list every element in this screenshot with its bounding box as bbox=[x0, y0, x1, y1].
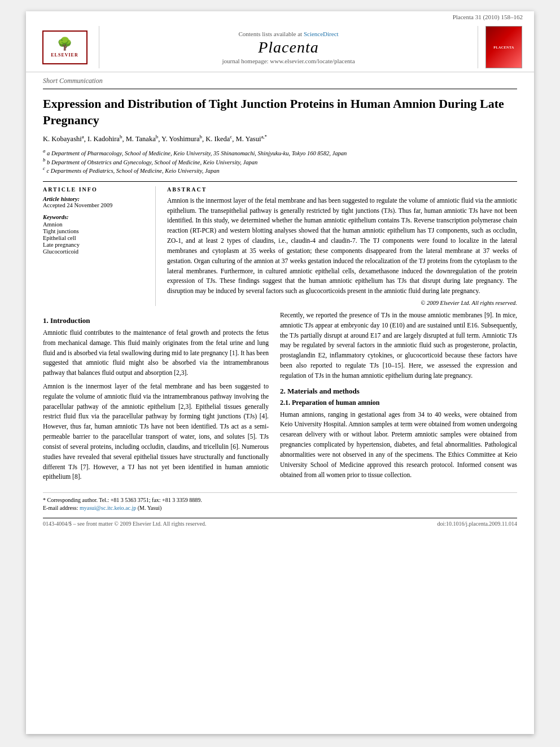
article-info-title: ARTICLE INFO bbox=[43, 186, 144, 193]
email-label: E-mail address: bbox=[43, 505, 78, 511]
history-label: Article history: bbox=[43, 196, 144, 202]
email-person: (M. Yasui) bbox=[138, 505, 162, 511]
sciencedirect-link[interactable]: ScienceDirect bbox=[304, 30, 339, 37]
email-note: E-mail address: myasui@sc.itc.keio.ac.jp… bbox=[43, 504, 517, 512]
journal-homepage: journal homepage: www.elsevier.com/locat… bbox=[222, 58, 355, 64]
footer-area: * Corresponding author. Tel.: +81 3 5363… bbox=[43, 492, 517, 512]
elsevier-label: ELSEVIER bbox=[51, 53, 78, 58]
keywords-list: Amnion Tight junctions Epithelial cell L… bbox=[43, 221, 144, 255]
sciencedirect-prefix: Contents lists available at bbox=[238, 30, 302, 37]
affiliation-c: c c Departments of Pediatrics, School of… bbox=[43, 165, 517, 174]
cover-image: PLACENTA bbox=[485, 26, 522, 68]
keyword-4: Late pregnancy bbox=[43, 242, 144, 248]
affiliation-b: b b Department of Obstetrics and Gynecol… bbox=[43, 157, 517, 165]
page-reference: Placenta 31 (2010) 158–162 bbox=[26, 11, 534, 21]
affiliation-a: a a Department of Pharmacology, School o… bbox=[43, 148, 517, 156]
intro-para-1: Amniotic fluid contributes to the mainte… bbox=[43, 328, 269, 482]
methods-title: 2. Materials and methods bbox=[280, 387, 517, 396]
info-abstract-columns: ARTICLE INFO Article history: Accepted 2… bbox=[26, 186, 534, 306]
affiliations: a a Department of Pharmacology, School o… bbox=[26, 146, 534, 178]
article-type: Short Communication bbox=[26, 72, 534, 86]
keyword-1: Amnion bbox=[43, 221, 144, 228]
journal-header: 🌳 ELSEVIER Contents lists available at S… bbox=[26, 21, 534, 72]
body-columns: 1. Introduction Amniotic fluid contribut… bbox=[26, 306, 534, 486]
abstract-text: Amnion is the innermost layer of the fet… bbox=[167, 196, 517, 296]
page-ref-text: Placenta 31 (2010) 158–162 bbox=[453, 14, 523, 20]
body-left-col: 1. Introduction Amniotic fluid contribut… bbox=[43, 311, 269, 486]
journal-center: Contents lists available at ScienceDirec… bbox=[106, 26, 471, 68]
methods-subsection-title: 2.1. Preparation of human amnion bbox=[280, 399, 517, 407]
article-page: Placenta 31 (2010) 158–162 🌳 ELSEVIER Co… bbox=[26, 11, 534, 734]
elsevier-tree-icon: 🌳 bbox=[57, 37, 72, 51]
issn-text: 0143-4004/$ – see front matter © 2009 El… bbox=[43, 521, 206, 527]
methods-para: Human amnions, ranging in gestational ag… bbox=[280, 410, 517, 480]
journal-title: Placenta bbox=[258, 38, 319, 56]
intro-para-right: Recently, we reported the presence of TJ… bbox=[280, 311, 517, 381]
journal-cover: PLACENTA bbox=[478, 26, 523, 68]
doi-text: doi:10.1016/j.placenta.2009.11.014 bbox=[437, 521, 517, 527]
keywords-label: Keywords: bbox=[43, 214, 144, 220]
email-address[interactable]: myasui@sc.itc.keio.ac.jp bbox=[80, 505, 136, 511]
intro-title: 1. Introduction bbox=[43, 316, 269, 325]
body-right-col: Recently, we reported the presence of TJ… bbox=[280, 311, 517, 486]
keyword-3: Epithelial cell bbox=[43, 235, 144, 241]
keyword-2: Tight junctions bbox=[43, 228, 144, 234]
affil-divider bbox=[43, 181, 517, 182]
article-title: Expression and Distribution of Tight Jun… bbox=[26, 91, 534, 132]
keyword-5: Glucocorticoid bbox=[43, 248, 144, 255]
elsevier-logo-box: 🌳 ELSEVIER bbox=[42, 30, 88, 64]
abstract-title: ABSTRACT bbox=[167, 186, 517, 193]
article-info-col: ARTICLE INFO Article history: Accepted 2… bbox=[43, 186, 156, 306]
abstract-col: ABSTRACT Amnion is the innermost layer o… bbox=[156, 186, 517, 306]
bottom-bar: 0143-4004/$ – see front matter © 2009 El… bbox=[43, 518, 517, 527]
cover-title: PLACENTA bbox=[492, 46, 516, 49]
accepted-date: Accepted 24 November 2009 bbox=[43, 202, 144, 208]
copyright-text: © 2009 Elsevier Ltd. All rights reserved… bbox=[167, 300, 517, 306]
elsevier-logo: 🌳 ELSEVIER bbox=[37, 26, 99, 68]
sciencedirect-line: Contents lists available at ScienceDirec… bbox=[238, 30, 338, 37]
authors-line: K. Kobayashia, I. Kadohirab, M. Tanakab,… bbox=[26, 132, 534, 146]
corresponding-author-note: * Corresponding author. Tel.: +81 3 5363… bbox=[43, 496, 517, 504]
title-divider bbox=[43, 89, 517, 89]
